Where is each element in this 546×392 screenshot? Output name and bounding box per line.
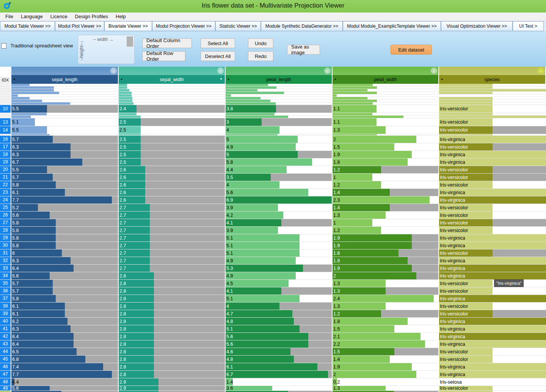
- cell-sepal_length[interactable]: 5.7: [11, 287, 119, 295]
- table-row[interactable]: 406.22.84.81.8Iris-virginica: [0, 318, 546, 325]
- cell-petal_length[interactable]: [226, 116, 333, 118]
- cell-petal_width[interactable]: 1.5: [333, 143, 439, 151]
- cell-sepal_length[interactable]: [11, 134, 119, 135]
- cell-petal_width[interactable]: 1.9: [333, 242, 439, 249]
- cell-species[interactable]: Iris-virginica: [439, 189, 546, 196]
- table-row[interactable]: 247.72.66.92.3Iris-virginica: [0, 196, 546, 204]
- cell-species[interactable]: Iris-versicolor: [439, 126, 546, 134]
- cell-sepal_length[interactable]: 5.7: [11, 136, 119, 143]
- row-index-cell[interactable]: 27: [0, 219, 11, 226]
- row-index-cell[interactable]: 23: [0, 189, 11, 196]
- tab-module-synthetic-datagenerator[interactable]: Module Synthetic DataGenerator >>: [261, 21, 343, 31]
- cell-petal_length[interactable]: 3.9: [226, 204, 333, 211]
- row-index-cell[interactable]: [0, 92, 11, 94]
- cell-sepal_width[interactable]: [119, 89, 226, 91]
- cell-petal_width[interactable]: 1.2: [333, 166, 439, 173]
- resize-handle[interactable]: [127, 36, 133, 47]
- cell-species[interactable]: Iris-virginica: [439, 257, 546, 264]
- cell-sepal_length[interactable]: 7.7: [11, 196, 119, 204]
- cell-petal_width[interactable]: 2.2: [333, 340, 439, 348]
- table-row[interactable]: 336.42.75.31.9Iris-virginica: [0, 265, 546, 272]
- cell-species[interactable]: Iris-versicolor: [439, 287, 546, 295]
- column-title[interactable]: sepal_length: [11, 75, 118, 84]
- table-row[interactable]: 145.52.541.3Iris-versicolor: [0, 126, 546, 134]
- cell-petal_length[interactable]: 5.6: [226, 340, 333, 348]
- tab-modul-projection-viewer[interactable]: Modul Projection Viewer >>: [152, 21, 215, 31]
- row-index-cell[interactable]: 30: [0, 242, 11, 249]
- cell-petal_length[interactable]: 3: [226, 118, 333, 126]
- cell-sepal_length[interactable]: 6.7: [11, 158, 119, 166]
- cell-sepal_length[interactable]: 6.3: [11, 257, 119, 264]
- cell-sepal_width[interactable]: 2.7: [119, 265, 226, 272]
- cell-species[interactable]: [439, 102, 546, 105]
- cell-sepal_width[interactable]: [119, 97, 226, 99]
- cell-sepal_width[interactable]: 2.8: [119, 287, 226, 295]
- row-index-cell[interactable]: 39: [0, 310, 11, 317]
- cell-sepal_width[interactable]: 2.5: [119, 136, 226, 143]
- menu-item-help[interactable]: Help: [112, 13, 130, 21]
- cell-species[interactable]: [439, 94, 546, 97]
- cell-sepal_length[interactable]: 6.4: [11, 340, 119, 348]
- table-row[interactable]: [0, 86, 546, 89]
- cell-sepal_length[interactable]: [11, 102, 119, 105]
- cell-species[interactable]: Iris-setosa: [439, 378, 546, 386]
- cell-species[interactable]: [439, 100, 546, 102]
- cell-sepal_length[interactable]: [11, 92, 119, 94]
- cell-petal_width[interactable]: 1.9: [333, 265, 439, 272]
- cell-sepal_length[interactable]: 6.3: [11, 143, 119, 151]
- redo-button[interactable]: Redo: [248, 51, 273, 61]
- row-index-cell[interactable]: [0, 86, 11, 89]
- cell-sepal_width[interactable]: 2.5: [119, 118, 226, 126]
- cell-sepal_width[interactable]: 2.8: [119, 272, 226, 279]
- cell-petal_length[interactable]: 5.1: [226, 234, 333, 241]
- deselect-all-button[interactable]: Deselect All: [201, 51, 235, 61]
- cell-sepal_width[interactable]: 2.5: [119, 158, 226, 166]
- cell-sepal_length[interactable]: 7.7: [11, 371, 119, 378]
- cell-sepal_width[interactable]: 2.7: [119, 204, 226, 211]
- table-row[interactable]: 285.82.73.91.2Iris-versicolor: [0, 227, 546, 234]
- cell-petal_length[interactable]: 4.9: [226, 272, 333, 279]
- cell-petal_width[interactable]: [333, 102, 439, 105]
- cell-sepal_width[interactable]: [119, 134, 226, 135]
- table-row[interactable]: 495.62.93.61.3Iris-versicolor: [0, 386, 546, 391]
- cell-sepal_width[interactable]: 2.6: [119, 181, 226, 188]
- cell-sepal_length[interactable]: 6.2: [11, 318, 119, 325]
- cell-petal_width[interactable]: 2.3: [333, 196, 439, 204]
- cell-sepal_length[interactable]: 5.8: [11, 219, 119, 226]
- cell-sepal_width[interactable]: 2.7: [119, 234, 226, 241]
- tab-visual-optimization-viewer[interactable]: Visual Optimization Viewer >>: [441, 21, 513, 31]
- cell-species[interactable]: Iris-versicolor: [439, 348, 546, 355]
- row-index-cell[interactable]: [0, 84, 11, 86]
- cell-sepal_width[interactable]: 2.6: [119, 166, 226, 173]
- column-title[interactable]: sepal_width: [119, 75, 225, 84]
- table-row[interactable]: 416.32.85.11.5Iris-virginica: [0, 325, 546, 333]
- cell-petal_length[interactable]: 4: [226, 303, 333, 310]
- cell-petal_length[interactable]: 3.6: [226, 386, 333, 390]
- cell-sepal_length[interactable]: 6.1: [11, 303, 119, 310]
- row-index-cell[interactable]: [0, 113, 11, 115]
- cell-species[interactable]: [439, 89, 546, 91]
- row-index-cell[interactable]: 41: [0, 325, 11, 332]
- row-index-cell[interactable]: [0, 134, 11, 135]
- cell-sepal_length[interactable]: 5.5: [11, 126, 119, 134]
- cell-petal_width[interactable]: 1.1: [333, 118, 439, 126]
- table-row[interactable]: [0, 116, 546, 118]
- cell-petal_width[interactable]: 1.4: [333, 189, 439, 196]
- cell-petal_length[interactable]: 5.8: [226, 158, 333, 166]
- row-index-cell[interactable]: 13: [0, 118, 11, 126]
- row-index-cell[interactable]: 36: [0, 287, 11, 295]
- row-index-cell[interactable]: 26: [0, 212, 11, 219]
- column-color-band[interactable]: [11, 67, 118, 75]
- column-color-band[interactable]: [119, 67, 225, 75]
- row-index-cell[interactable]: 37: [0, 295, 11, 302]
- cell-sepal_length[interactable]: 5.8: [11, 242, 119, 249]
- table-row[interactable]: 225.82.641.2Iris-versicolor: [0, 181, 546, 189]
- edit-dataset-button[interactable]: Edit dataset: [391, 45, 432, 55]
- cell-petal_length[interactable]: [226, 97, 333, 99]
- cell-sepal_length[interactable]: 5.8: [11, 234, 119, 241]
- cell-species[interactable]: Iris-versicolor: [439, 227, 546, 234]
- menu-item-language[interactable]: Language: [17, 13, 47, 21]
- undo-button[interactable]: Undo: [248, 38, 273, 48]
- cell-petal_length[interactable]: [226, 84, 333, 86]
- row-index-cell[interactable]: 31: [0, 249, 11, 257]
